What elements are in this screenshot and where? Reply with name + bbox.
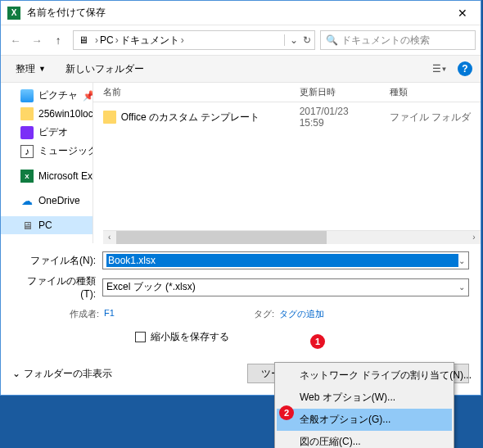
save-as-dialog: X 名前を付けて保存 ✕ ← → ↑ 🖥 › PC › ドキュメント › ⌄ ↻… — [0, 0, 481, 396]
breadcrumb-pc[interactable]: PC — [100, 34, 114, 46]
dialog-body: ピクチャ📌 256win10lockpas ビデオ ♪ミュージック XMicro… — [1, 83, 481, 243]
sidebar: ピクチャ📌 256win10lockpas ビデオ ♪ミュージック XMicro… — [1, 83, 93, 243]
scroll-thumb[interactable] — [116, 231, 327, 244]
scroll-right-icon[interactable]: › — [467, 231, 481, 244]
col-type[interactable]: 種類 — [380, 86, 481, 98]
menu-item-general-options[interactable]: 全般オプション(G)... — [277, 409, 452, 431]
up-button[interactable]: ↑ — [48, 30, 68, 50]
annotation-badge-2: 2 — [279, 405, 294, 420]
window-title: 名前を付けて保存 — [27, 6, 444, 20]
titlebar: X 名前を付けて保存 ✕ — [1, 1, 481, 25]
author-label: 作成者: — [70, 308, 99, 320]
sidebar-item-excel[interactable]: XMicrosoft Excel — [1, 167, 93, 185]
sidebar-item-network[interactable]: 🖧ネットワーク — [1, 241, 93, 243]
excel-icon: X — [20, 170, 34, 183]
search-input[interactable]: 🔍 ドキュメントの検索 — [320, 30, 476, 50]
folder-icon — [103, 111, 116, 124]
toolbar: 整理▼ 新しいフォルダー ☰ ▼ ? — [1, 55, 481, 83]
sidebar-item-pictures[interactable]: ピクチャ📌 — [1, 86, 93, 105]
tag-label: タグ: — [254, 308, 274, 320]
menu-item-compress-pictures[interactable]: 図の圧縮(C)... — [277, 431, 452, 448]
chevron-down-icon: ⌄ — [12, 368, 20, 379]
chevron-down-icon[interactable]: ⌄ — [458, 283, 465, 292]
pictures-icon — [20, 89, 34, 102]
file-row[interactable]: Office のカスタム テンプレート 2017/01/23 15:59 ファイ… — [93, 102, 481, 132]
forward-button[interactable]: → — [27, 30, 47, 50]
chevron-right-icon: › — [181, 34, 184, 46]
filetype-label: ファイルの種類(T): — [12, 274, 102, 300]
back-button[interactable]: ← — [6, 30, 25, 50]
organize-button[interactable]: 整理▼ — [9, 59, 52, 79]
menu-item-network-drive[interactable]: ネットワーク ドライブの割り当て(N)... — [277, 364, 452, 387]
col-date[interactable]: 更新日時 — [290, 86, 380, 98]
scroll-left-icon[interactable]: ‹ — [103, 231, 116, 244]
video-icon — [20, 126, 34, 139]
pc-icon: 🖥 — [20, 219, 34, 232]
music-icon: ♪ — [20, 145, 34, 158]
thumbnail-checkbox[interactable] — [135, 332, 146, 342]
hide-folders-toggle[interactable]: ⌄ フォルダーの非表示 — [12, 367, 112, 381]
filename-label: ファイル名(N): — [12, 254, 102, 268]
navigation-bar: ← → ↑ 🖥 › PC › ドキュメント › ⌄ ↻ 🔍 ドキュメントの検索 — [1, 25, 481, 55]
chevron-down-icon[interactable]: ⌄ — [458, 256, 465, 265]
pin-icon: 📌 — [83, 90, 93, 102]
close-button[interactable]: ✕ — [444, 1, 481, 25]
excel-app-icon: X — [7, 7, 20, 20]
breadcrumb-folder[interactable]: ドキュメント — [120, 34, 179, 48]
sidebar-item-video[interactable]: ビデオ — [1, 123, 93, 142]
refresh-icon[interactable]: ↻ — [303, 34, 311, 46]
help-button[interactable]: ? — [458, 61, 472, 76]
onedrive-icon: ☁ — [20, 194, 34, 207]
form-area: ファイル名(N): Book1.xlsx⌄ ファイルの種類(T): Excel … — [1, 243, 481, 355]
dropdown-icon[interactable]: ⌄ — [284, 34, 298, 46]
filetype-select[interactable]: Excel ブック (*.xlsx)⌄ — [102, 278, 469, 296]
column-headers: 名前 更新日時 種類 — [93, 83, 481, 102]
col-name[interactable]: 名前 — [93, 86, 290, 98]
menu-item-web-options[interactable]: Web オプション(W)... — [277, 387, 452, 409]
sidebar-item-pc[interactable]: 🖥PC — [1, 216, 93, 234]
tools-menu: ネットワーク ドライブの割り当て(N)... Web オプション(W)... 全… — [274, 362, 454, 448]
sidebar-item-music[interactable]: ♪ミュージック — [1, 142, 93, 161]
view-options-button[interactable]: ☰ ▼ — [428, 59, 451, 79]
search-icon: 🔍 — [326, 34, 338, 46]
file-list-pane: 名前 更新日時 種類 Office のカスタム テンプレート 2017/01/2… — [93, 83, 481, 243]
annotation-badge-1: 1 — [310, 334, 325, 349]
horizontal-scrollbar[interactable]: ‹ › — [103, 230, 481, 243]
sidebar-item-onedrive[interactable]: ☁OneDrive — [1, 192, 93, 210]
breadcrumb-bar[interactable]: 🖥 › PC › ドキュメント › ⌄ ↻ — [73, 30, 315, 50]
pc-icon: 🖥 — [77, 34, 90, 47]
sidebar-item-folder[interactable]: 256win10lockpas — [1, 105, 93, 123]
author-value[interactable]: F1 — [104, 308, 115, 320]
chevron-right-icon: › — [95, 34, 98, 46]
chevron-right-icon: › — [115, 34, 119, 46]
filename-input[interactable]: Book1.xlsx⌄ — [102, 251, 469, 269]
search-placeholder: ドキュメントの検索 — [341, 34, 430, 48]
thumbnail-label: 縮小版を保存する — [151, 330, 229, 344]
tag-value[interactable]: タグの追加 — [279, 308, 324, 320]
new-folder-button[interactable]: 新しいフォルダー — [59, 59, 151, 79]
folder-icon — [20, 107, 34, 120]
